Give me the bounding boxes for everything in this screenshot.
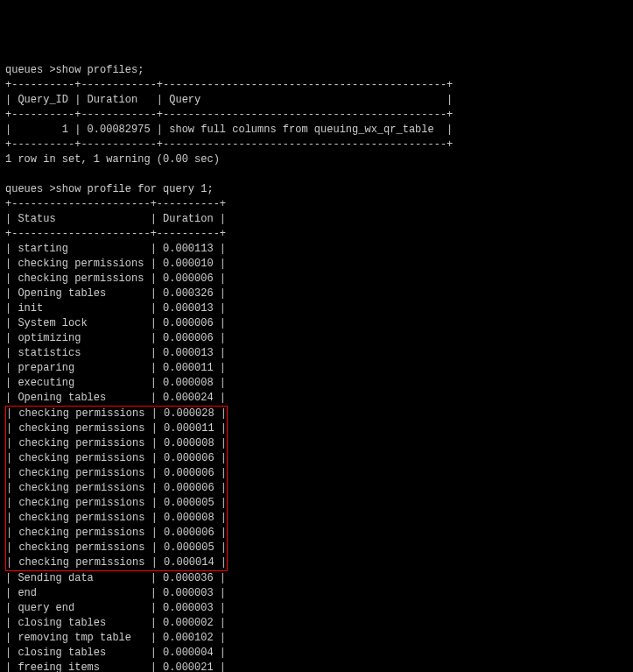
table-row: | optimizing | 0.000006 | — [5, 331, 628, 346]
table-row: | starting | 0.000113 | — [5, 242, 628, 257]
table-row: | checking permissions | 0.000006 | — [5, 272, 628, 286]
blank-line — [5, 167, 628, 182]
table-header: | Query_ID | Duration | Query | — [5, 93, 628, 108]
table-row: | freeing items | 0.000021 | — [5, 661, 628, 672]
command: show profiles; — [56, 64, 144, 76]
table-row: | checking permissions | 0.000011 | — [6, 421, 227, 436]
table-row: | checking permissions | 0.000014 | — [6, 555, 227, 570]
table-row: | closing tables | 0.000002 | — [5, 616, 628, 631]
separator: +----------+------------+---------------… — [5, 78, 628, 93]
command: show profile for query 1; — [56, 183, 214, 195]
separator: +----------+------------+---------------… — [5, 138, 628, 152]
table-row: | checking permissions | 0.000005 | — [6, 496, 227, 511]
separator: +----------------------+----------+ — [5, 197, 628, 212]
table-row: | statistics | 0.000013 | — [5, 346, 628, 361]
rows-after: | Sending data | 0.000036 || end | 0.000… — [5, 571, 628, 672]
result-summary: 1 row in set, 1 warning (0.00 sec) — [5, 152, 628, 167]
separator: +----------------------+----------+ — [5, 227, 628, 242]
table-row: | checking permissions | 0.000005 | — [6, 541, 227, 555]
table-row: | Sending data | 0.000036 | — [5, 571, 628, 586]
table-row: | Opening tables | 0.000024 | — [5, 391, 628, 406]
separator: +----------+------------+---------------… — [5, 108, 628, 123]
table-row: | checking permissions | 0.000006 | — [6, 481, 227, 496]
rows-before: | starting | 0.000113 || checking permis… — [5, 242, 628, 406]
table-row: | end | 0.000003 | — [5, 586, 628, 601]
table-row: | preparing | 0.000011 | — [5, 361, 628, 376]
table-row: | checking permissions | 0.000028 | — [6, 407, 227, 421]
table-row: | init | 0.000013 | — [5, 301, 628, 316]
table-row: | closing tables | 0.000004 | — [5, 646, 628, 661]
table-row: | checking permissions | 0.000008 | — [6, 436, 227, 451]
table-row: | checking permissions | 0.000006 | — [6, 466, 227, 481]
prompt: queues > — [5, 64, 56, 76]
highlighted-rows: | checking permissions | 0.000028 || che… — [5, 406, 228, 571]
table-row: | System lock | 0.000006 | — [5, 316, 628, 331]
table-row: | checking permissions | 0.000006 | — [6, 526, 227, 541]
table-row: | checking permissions | 0.000008 | — [6, 511, 227, 526]
table-row: | query end | 0.000003 | — [5, 601, 628, 616]
terminal-output: queues >show profiles;+----------+------… — [5, 63, 628, 672]
table-row: | checking permissions | 0.000010 | — [5, 257, 628, 272]
table-row: | 1 | 0.00082975 | show full columns fro… — [5, 123, 628, 138]
table-row: | Opening tables | 0.000326 | — [5, 286, 628, 301]
table-header: | Status | Duration | — [5, 212, 628, 227]
table-row: | executing | 0.000008 | — [5, 376, 628, 391]
table-row: | checking permissions | 0.000006 | — [6, 451, 227, 466]
prompt: queues > — [5, 183, 56, 195]
table-row: | removing tmp table | 0.000102 | — [5, 631, 628, 646]
